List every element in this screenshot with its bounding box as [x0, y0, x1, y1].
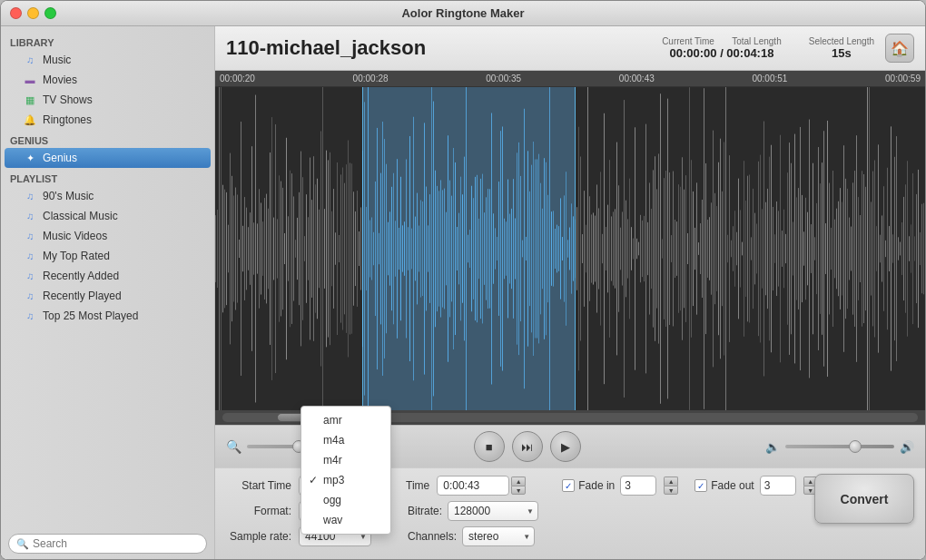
format-option-m4a[interactable]: m4a: [301, 430, 390, 450]
sidebar-item-recentlyadded[interactable]: ♫ Recently Added: [1, 266, 214, 286]
start-time-label: Start Time: [226, 479, 299, 492]
sidebar-item-musicvideos[interactable]: ♫ Music Videos: [1, 226, 214, 246]
ringtone-icon: 🔔: [23, 113, 37, 127]
ruler-mark-4: 00:00:51: [752, 74, 787, 84]
format-option-mp3[interactable]: mp3: [301, 470, 390, 490]
sidebar-label-toprated: My Top Rated: [43, 250, 110, 262]
total-length-label: Total Length: [732, 36, 782, 46]
library-section-label: Library: [1, 32, 214, 50]
play-icon: ▶: [561, 440, 570, 454]
sidebar-item-tvshows[interactable]: ▦ TV Shows: [1, 90, 214, 110]
close-button[interactable]: [10, 7, 22, 19]
fade-in-text: Fade in: [578, 479, 615, 492]
bitrate-select[interactable]: 128000 64000 192000 256000: [448, 501, 538, 521]
sidebar-label-music: Music: [43, 54, 71, 66]
convert-button[interactable]: Convert: [814, 474, 914, 524]
format-option-wav[interactable]: wav: [301, 510, 390, 530]
sidebar-label-90s: 90's Music: [43, 190, 94, 202]
bitrate-group: Bitrate: 128000 64000 192000 256000: [408, 501, 538, 521]
volume-control: 🔈 🔊: [765, 440, 914, 454]
titlebar: Aolor Ringtone Maker: [1, 1, 925, 26]
sidebar-item-recentlyplayed[interactable]: ♫ Recently Played: [1, 286, 214, 306]
sidebar-item-classical[interactable]: ♫ Classical Music: [1, 206, 214, 226]
app-window: Aolor Ringtone Maker Library ♫ Music ▬ M…: [0, 0, 926, 560]
genius-star-icon: ✦: [23, 151, 37, 165]
current-time-value: 00:00:00: [669, 46, 716, 60]
sidebar-item-top25[interactable]: ♫ Top 25 Most Played: [1, 306, 214, 326]
sidebar-label-musicvideos: Music Videos: [43, 230, 107, 242]
fade-in-checkbox[interactable]: ✓: [562, 479, 575, 492]
format-label: Format:: [226, 505, 299, 517]
play-button[interactable]: ▶: [550, 431, 581, 462]
format-dropdown: amr m4a m4r mp3 ogg wav: [300, 406, 391, 535]
channels-select[interactable]: stereo mono: [462, 526, 535, 546]
volume-slider-track[interactable]: [785, 445, 894, 448]
search-bar[interactable]: 🔍: [8, 534, 207, 554]
fade-in-input[interactable]: [620, 476, 656, 496]
fade-in-stepper: ▲ ▼: [664, 476, 678, 495]
sidebar-label-genius: Genius: [43, 152, 77, 164]
channels-group: Channels: stereo mono: [408, 526, 535, 546]
sidebar-label-top25: Top 25 Most Played: [43, 309, 138, 322]
playlist-music-icon-1: ♫: [23, 209, 37, 223]
sidebar-item-90s[interactable]: ♫ 90's Music: [1, 186, 214, 206]
maximize-button[interactable]: [44, 7, 56, 19]
fade-in-down[interactable]: ▼: [664, 486, 678, 495]
channels-label: Channels:: [408, 530, 457, 543]
fade-in-up[interactable]: ▲: [664, 476, 678, 486]
search-input[interactable]: [33, 537, 199, 550]
stop-button[interactable]: ■: [474, 431, 505, 462]
fade-out-checkbox[interactable]: ✓: [694, 479, 707, 492]
sidebar-label-movies: Movies: [43, 74, 77, 86]
selected-length-label: Selected Length: [809, 36, 874, 46]
time-label: Time: [406, 479, 429, 492]
bitrate-select-wrapper[interactable]: 128000 64000 192000 256000: [448, 501, 538, 521]
timeline-ruler: 00:00:20 00:00:28 00:00:35 00:00:43 00:0…: [215, 71, 925, 87]
volume-low-icon: 🔈: [765, 440, 780, 454]
minimize-button[interactable]: [27, 7, 39, 19]
sidebar-item-toprated[interactable]: ♫ My Top Rated: [1, 246, 214, 266]
skip-icon: ⏭: [521, 440, 533, 454]
waveform-canvas[interactable]: [215, 87, 925, 410]
total-length-value: 00:04:18: [726, 46, 773, 60]
sidebar-item-movies[interactable]: ▬ Movies: [1, 70, 214, 90]
format-option-amr[interactable]: amr: [301, 410, 390, 430]
time-value: 00:00:00 / 00:04:18: [669, 46, 773, 60]
tv-icon: ▦: [23, 93, 37, 107]
waveform-area[interactable]: [215, 87, 925, 410]
fade-out-text: Fade out: [711, 479, 754, 492]
playlist-music-icon-3: ♫: [23, 249, 37, 263]
fade-out-label[interactable]: ✓ Fade out: [694, 479, 754, 492]
format-option-m4r[interactable]: m4r: [301, 450, 390, 470]
ruler-mark-3: 00:00:43: [619, 74, 655, 84]
main-content: Library ♫ Music ▬ Movies ▦ TV Shows 🔔 Ri…: [1, 26, 925, 559]
ruler-mark-2: 00:00:35: [486, 74, 521, 84]
format-option-ogg[interactable]: ogg: [301, 490, 390, 510]
sidebar-label-tvshows: TV Shows: [43, 93, 93, 106]
sidebar-item-ringtones[interactable]: 🔔 Ringtones: [1, 110, 214, 130]
sidebar-label-ringtones: Ringtones: [43, 113, 92, 126]
time-down[interactable]: ▼: [511, 486, 526, 495]
selected-length-group: Selected Length 15s: [809, 36, 874, 60]
time-info: Current Time Total Length 00:00:00 / 00:…: [662, 36, 782, 60]
genius-section-label: genius: [1, 130, 214, 148]
time-input[interactable]: [437, 476, 509, 496]
fade-in-label[interactable]: ✓ Fade in: [562, 479, 615, 492]
music-icon: ♫: [23, 53, 37, 67]
channels-select-wrapper[interactable]: stereo mono: [462, 526, 535, 546]
volume-slider-thumb[interactable]: [849, 440, 862, 453]
time-labels: Current Time Total Length: [662, 36, 782, 46]
window-title: Aolor Ringtone Maker: [401, 6, 524, 20]
convert-label: Convert: [841, 492, 889, 506]
time-up[interactable]: ▲: [511, 476, 526, 486]
sidebar-item-genius[interactable]: ✦ Genius: [5, 148, 211, 168]
sidebar-item-music[interactable]: ♫ Music: [1, 50, 214, 70]
fade-out-input[interactable]: [760, 476, 796, 496]
home-button[interactable]: 🏠: [885, 34, 914, 63]
playback-controls: ■ ⏭ ▶: [474, 431, 581, 462]
sidebar-label-recentlyadded: Recently Added: [43, 270, 119, 282]
format-row: Format: amr m4a m4r mp3 ogg wav a: [226, 501, 914, 521]
zoom-out-icon[interactable]: 🔍: [226, 439, 241, 454]
skip-button[interactable]: ⏭: [512, 431, 543, 462]
bottom-section: Start Time ▲ ▼ Time ▲ ▼: [215, 467, 925, 559]
